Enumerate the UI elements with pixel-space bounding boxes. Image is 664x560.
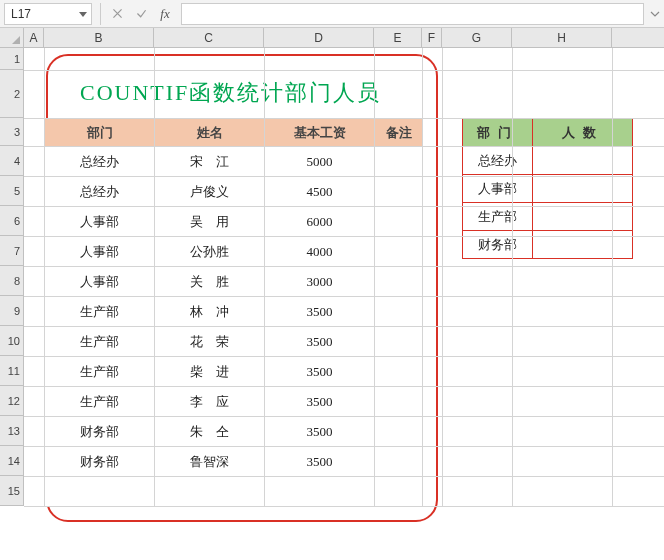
cell[interactable] xyxy=(375,387,423,417)
cell[interactable]: 财务部 xyxy=(45,417,155,447)
column-header[interactable]: H xyxy=(512,28,612,47)
cell[interactable]: 柴 进 xyxy=(155,357,265,387)
cell[interactable]: 总经办 xyxy=(45,147,155,177)
cell[interactable] xyxy=(375,447,423,477)
cell[interactable] xyxy=(375,237,423,267)
cell[interactable] xyxy=(375,147,423,177)
divider xyxy=(100,3,101,25)
name-box[interactable]: L17 xyxy=(4,3,92,25)
column-header[interactable]: E xyxy=(374,28,422,47)
cell[interactable]: 林 冲 xyxy=(155,297,265,327)
row-header[interactable]: 1 xyxy=(0,48,23,70)
table-row: 总经办卢俊义4500 xyxy=(45,177,423,207)
row-header[interactable]: 7 xyxy=(0,236,23,266)
table-header-row: 部门姓名基本工资备注 xyxy=(45,119,423,147)
cell[interactable] xyxy=(375,207,423,237)
cell[interactable] xyxy=(533,147,633,175)
cancel-icon[interactable] xyxy=(105,3,129,25)
column-header[interactable]: F xyxy=(422,28,442,47)
cell[interactable]: 人事部 xyxy=(45,207,155,237)
cell[interactable] xyxy=(375,477,423,507)
cell[interactable]: 宋 江 xyxy=(155,147,265,177)
row-header[interactable]: 10 xyxy=(0,326,23,356)
cell[interactable] xyxy=(45,477,155,507)
row-header[interactable]: 8 xyxy=(0,266,23,296)
row-header[interactable]: 13 xyxy=(0,416,23,446)
cell[interactable]: 4000 xyxy=(265,237,375,267)
cell[interactable]: 李 应 xyxy=(155,387,265,417)
cell[interactable]: 生产部 xyxy=(45,357,155,387)
column-header[interactable]: D xyxy=(264,28,374,47)
row-header[interactable]: 6 xyxy=(0,206,23,236)
gridline xyxy=(612,48,613,506)
row-header[interactable]: 15 xyxy=(0,476,23,506)
expand-formula-bar-icon[interactable] xyxy=(648,3,662,25)
cell[interactable] xyxy=(375,177,423,207)
column-header[interactable]: B xyxy=(44,28,154,47)
row-header[interactable]: 9 xyxy=(0,296,23,326)
gridline xyxy=(24,118,664,119)
cell[interactable]: 总经办 xyxy=(463,147,533,175)
cells-area[interactable]: COUNTIF函数统计部门人员 部门姓名基本工资备注 总经办宋 江5000总经办… xyxy=(24,48,664,506)
cell[interactable]: 吴 用 xyxy=(155,207,265,237)
fx-icon[interactable]: fx xyxy=(153,3,177,25)
cell[interactable]: 财务部 xyxy=(45,447,155,477)
formula-input[interactable] xyxy=(181,3,644,25)
cell[interactable]: 3500 xyxy=(265,387,375,417)
row-header[interactable]: 11 xyxy=(0,356,23,386)
cell[interactable]: 人事部 xyxy=(463,175,533,203)
cell[interactable]: 3500 xyxy=(265,297,375,327)
cell[interactable]: 人事部 xyxy=(45,267,155,297)
cell[interactable]: 关 胜 xyxy=(155,267,265,297)
row-header[interactable]: 14 xyxy=(0,446,23,476)
cell[interactable]: 4500 xyxy=(265,177,375,207)
cell[interactable]: 3500 xyxy=(265,417,375,447)
table-row: 生产部李 应3500 xyxy=(45,387,423,417)
select-all-button[interactable] xyxy=(0,28,24,48)
row-header[interactable]: 4 xyxy=(0,146,23,176)
gridline xyxy=(512,48,513,506)
column-headers: ABCDEFGH xyxy=(24,28,664,48)
gridline xyxy=(24,206,664,207)
cell[interactable] xyxy=(375,267,423,297)
gridline xyxy=(422,48,423,506)
gridline xyxy=(264,48,265,506)
cell[interactable] xyxy=(533,175,633,203)
cell[interactable] xyxy=(533,231,633,259)
cell[interactable]: 生产部 xyxy=(45,297,155,327)
cell[interactable]: 6000 xyxy=(265,207,375,237)
column-header[interactable]: A xyxy=(24,28,44,47)
enter-icon[interactable] xyxy=(129,3,153,25)
cell[interactable]: 生产部 xyxy=(45,387,155,417)
cell[interactable]: 卢俊义 xyxy=(155,177,265,207)
cell[interactable]: 花 荣 xyxy=(155,327,265,357)
cell[interactable]: 生产部 xyxy=(45,327,155,357)
cell[interactable]: 5000 xyxy=(265,147,375,177)
cell[interactable] xyxy=(375,357,423,387)
column-header[interactable]: C xyxy=(154,28,264,47)
cell[interactable]: 人事部 xyxy=(45,237,155,267)
column-header[interactable]: G xyxy=(442,28,512,47)
cell[interactable] xyxy=(265,477,375,507)
cell[interactable]: 公孙胜 xyxy=(155,237,265,267)
row-header[interactable]: 5 xyxy=(0,176,23,206)
name-box-value: L17 xyxy=(11,7,31,21)
gridline xyxy=(44,48,45,506)
cell[interactable]: 3500 xyxy=(265,327,375,357)
cell[interactable] xyxy=(375,417,423,447)
cell[interactable] xyxy=(375,327,423,357)
row-header[interactable]: 3 xyxy=(0,118,23,146)
cell[interactable]: 总经办 xyxy=(45,177,155,207)
row-header[interactable]: 12 xyxy=(0,386,23,416)
cell[interactable] xyxy=(155,477,265,507)
cell[interactable]: 3500 xyxy=(265,447,375,477)
gridline xyxy=(24,506,664,507)
cell[interactable] xyxy=(375,297,423,327)
cell[interactable]: 财务部 xyxy=(463,231,533,259)
cell[interactable]: 3500 xyxy=(265,357,375,387)
row-header[interactable]: 2 xyxy=(0,70,23,118)
table-row: 财务部鲁智深3500 xyxy=(45,447,423,477)
cell[interactable]: 3000 xyxy=(265,267,375,297)
cell[interactable]: 鲁智深 xyxy=(155,447,265,477)
cell[interactable]: 朱 仝 xyxy=(155,417,265,447)
